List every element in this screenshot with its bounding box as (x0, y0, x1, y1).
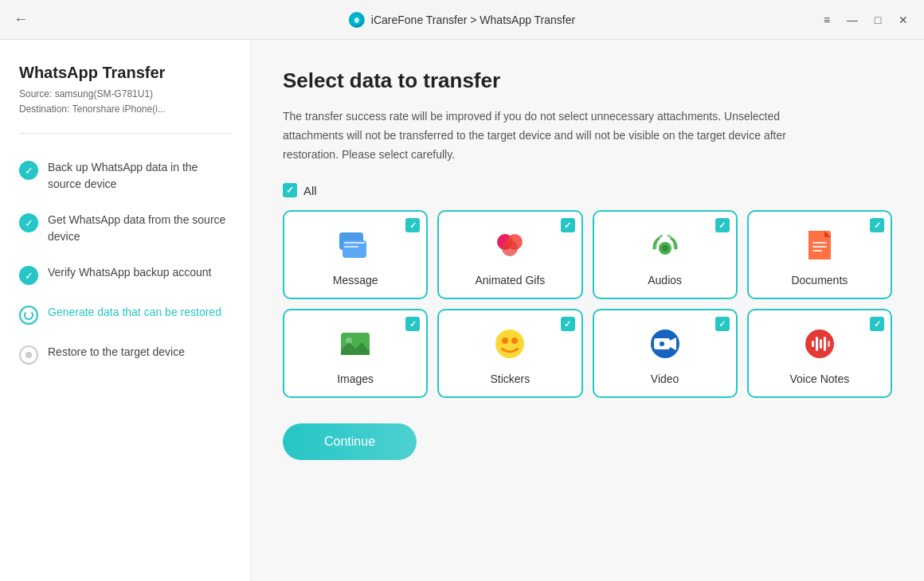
video-label: Video (651, 372, 679, 385)
titlebar: ← iCareFone Transfer > WhatsApp Transfer… (0, 0, 924, 40)
step-item-backup: ✓ Back up WhatsApp data in the source de… (19, 150, 231, 202)
page-title: Select data to transfer (283, 68, 892, 93)
svg-rect-27 (828, 341, 830, 347)
message-icon (335, 224, 376, 266)
content-area: Select data to transfer The transfer suc… (251, 40, 924, 581)
svg-point-16 (495, 329, 524, 358)
svg-rect-3 (344, 242, 365, 244)
stickers-icon (489, 323, 531, 365)
titlebar-left: ← (10, 9, 32, 31)
steps-list: ✓ Back up WhatsApp data in the source de… (19, 150, 231, 374)
step-item-restore: Restore to the target device (19, 334, 231, 374)
images-label: Images (337, 372, 374, 385)
app-icon (349, 12, 365, 28)
checkbox-animated-gifs[interactable] (561, 218, 575, 232)
checkbox-documents[interactable] (870, 218, 884, 232)
data-grid: Message Animated Gifs (283, 210, 892, 398)
checkbox-stickers[interactable] (561, 317, 575, 331)
checkbox-voice-notes[interactable] (870, 317, 884, 331)
main-layout: WhatsApp Transfer Source: samsung(SM-G78… (0, 40, 924, 581)
step-icon-done-1: ✓ (19, 161, 38, 180)
card-voice-notes[interactable]: Voice Notes (747, 309, 892, 398)
card-video[interactable]: Video (593, 309, 738, 398)
svg-rect-26 (824, 337, 826, 351)
card-documents[interactable]: Documents (747, 210, 892, 299)
titlebar-right: ≡ — □ ✕ (816, 9, 914, 31)
step-label-5: Restore to the target device (48, 344, 185, 361)
voice-notes-label: Voice Notes (790, 372, 850, 385)
sidebar: WhatsApp Transfer Source: samsung(SM-G78… (0, 40, 251, 581)
app-title: iCareFone Transfer > WhatsApp Transfer (371, 14, 575, 26)
all-checkbox-row[interactable]: All (283, 183, 892, 197)
step-icon-active-4 (19, 306, 38, 325)
sidebar-title: WhatsApp Transfer (19, 64, 231, 82)
step-icon-done-3: ✓ (19, 266, 38, 285)
step-label-1: Back up WhatsApp data in the source devi… (48, 159, 231, 193)
svg-point-18 (511, 337, 518, 344)
step-item-verify: ✓ Verify WhatsApp backup account (19, 255, 231, 294)
svg-rect-13 (812, 250, 822, 252)
audio-icon (644, 224, 686, 266)
svg-rect-25 (820, 339, 822, 349)
menu-button[interactable]: ≡ (816, 9, 838, 31)
continue-button[interactable]: Continue (283, 423, 417, 460)
card-audios[interactable]: Audios (593, 210, 738, 299)
checkbox-message[interactable] (405, 218, 420, 232)
step-item-get: ✓ Get WhatsApp data from the source devi… (19, 202, 231, 255)
sidebar-divider (19, 133, 231, 134)
svg-rect-11 (812, 242, 827, 244)
svg-rect-23 (812, 341, 814, 347)
back-button[interactable]: ← (10, 9, 32, 31)
all-checkbox[interactable] (283, 183, 297, 197)
sidebar-source: Source: samsung(SM-G781U1) Destination: … (19, 87, 231, 117)
stickers-label: Stickers (490, 372, 530, 385)
step-icon-done-2: ✓ (19, 213, 38, 232)
step-icon-pending-5 (19, 345, 38, 365)
step-label-3: Verify WhatsApp backup account (48, 264, 211, 281)
minimize-button[interactable]: — (841, 9, 863, 31)
voice-icon (799, 323, 840, 365)
checkbox-images[interactable] (405, 317, 420, 331)
svg-point-17 (502, 337, 508, 344)
titlebar-center: iCareFone Transfer > WhatsApp Transfer (349, 12, 575, 28)
animated-gifs-label: Animated Gifs (475, 274, 545, 287)
documents-label: Documents (791, 274, 848, 287)
step-label-2: Get WhatsApp data from the source device (48, 212, 231, 245)
svg-point-7 (502, 240, 518, 256)
card-stickers[interactable]: Stickers (437, 309, 582, 398)
images-icon (335, 323, 376, 365)
video-icon (644, 323, 686, 365)
card-message[interactable]: Message (283, 210, 428, 299)
close-button[interactable]: ✕ (892, 9, 914, 31)
card-animated-gifs[interactable]: Animated Gifs (437, 210, 582, 299)
svg-rect-4 (344, 246, 358, 248)
checkbox-audios[interactable] (715, 218, 730, 232)
maximize-button[interactable]: □ (867, 9, 889, 31)
svg-rect-24 (816, 337, 818, 351)
checkbox-video[interactable] (715, 317, 730, 331)
step-label-4: Generate data that can be restored (48, 304, 221, 321)
message-label: Message (333, 274, 378, 287)
description-text: The transfer success rate will be improv… (283, 107, 832, 164)
audios-label: Audios (648, 274, 682, 287)
docs-icon (799, 224, 840, 266)
svg-point-21 (660, 341, 664, 346)
step-item-generate: Generate data that can be restored (19, 294, 231, 334)
gif-icon (489, 224, 531, 266)
svg-rect-12 (812, 246, 827, 248)
svg-point-9 (662, 245, 668, 252)
all-label: All (303, 184, 317, 197)
card-images[interactable]: Images (283, 309, 428, 398)
